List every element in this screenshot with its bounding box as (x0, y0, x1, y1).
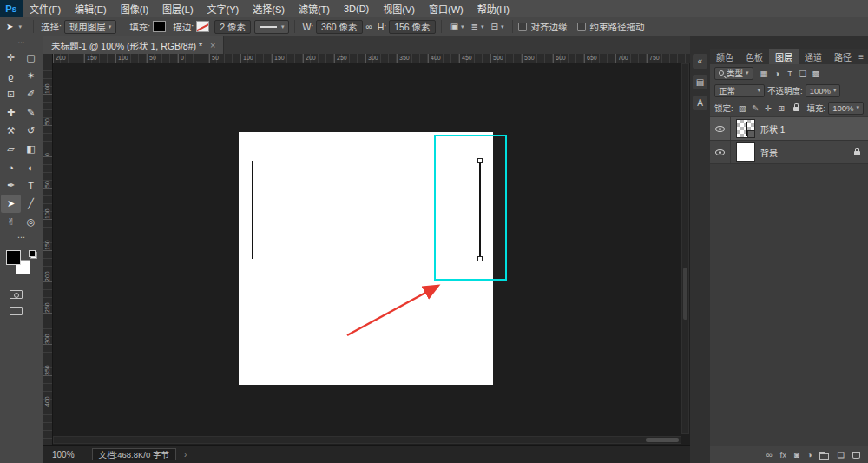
spot-healing-brush-tool[interactable]: ✚ (1, 103, 21, 122)
stroke-swatch[interactable] (196, 21, 209, 32)
zoom-level-field[interactable]: 100% (52, 450, 75, 460)
scrollbar-thumb[interactable] (683, 268, 687, 320)
menu-item[interactable]: 帮助(H) (470, 0, 516, 17)
close-icon[interactable]: × (210, 40, 215, 50)
quick-selection-tool[interactable]: ✶ (21, 67, 41, 85)
clone-stamp-tool[interactable]: ⚒ (1, 122, 21, 140)
layer-visibility-toggle[interactable] (710, 141, 731, 163)
panel-menu-icon[interactable]: ≡ (858, 49, 864, 64)
filter-type-layers-icon[interactable]: T (784, 67, 797, 80)
panel-tab-color[interactable]: 颜色 (710, 49, 740, 64)
menu-item[interactable]: 编辑(E) (68, 0, 114, 17)
adjustment-layer-icon[interactable]: ◑ (807, 451, 812, 460)
scrollbar-thumb[interactable] (646, 438, 679, 442)
line-tool[interactable]: ╱ (21, 195, 41, 213)
select-mode-dropdown[interactable]: 现用图层 ▾ (64, 20, 117, 34)
layer-style-icon[interactable]: fx (780, 451, 786, 460)
ruler-corner[interactable] (43, 54, 53, 63)
panel-tab-swatches[interactable]: 色板 (740, 49, 769, 64)
layer-row[interactable]: 背景 (710, 141, 868, 164)
rectangular-marquee-tool[interactable]: ▢ (21, 49, 41, 67)
path-alignment-dropdown[interactable]: ≣ ▾ (468, 22, 488, 31)
menu-item[interactable]: 滤镜(T) (292, 0, 337, 17)
gradient-tool[interactable]: ◧ (21, 140, 41, 158)
horizontal-ruler[interactable]: 2001501005005010015020025030035040045050… (53, 54, 690, 63)
horizontal-scrollbar[interactable] (53, 436, 681, 444)
character-panel-icon[interactable]: A (693, 96, 707, 110)
link-layers-icon[interactable]: ∞ (766, 451, 773, 460)
layer-filter-type-select[interactable]: 类型 ▾ (714, 67, 753, 80)
lock-transparency-icon[interactable]: ▨ (736, 102, 749, 115)
menu-item[interactable]: 选择(S) (246, 0, 292, 17)
lock-all-icon[interactable] (791, 102, 803, 115)
layer-row[interactable]: 形状 1 (710, 117, 868, 141)
quick-mask-icon[interactable] (10, 290, 23, 299)
panel-tab-channels[interactable]: 通道 (799, 49, 828, 64)
filter-smart-objects-icon[interactable]: ▩ (810, 67, 823, 80)
menu-item[interactable]: 图像(I) (114, 0, 155, 17)
hand-tool[interactable]: ✌ (1, 213, 21, 231)
blur-tool[interactable]: ◔ (1, 158, 21, 176)
align-edges-checkbox[interactable]: 对齐边缘 (518, 20, 567, 33)
width-field[interactable]: 360 像素 (316, 20, 362, 34)
add-layer-mask-icon[interactable]: ◙ (794, 451, 799, 460)
filter-pixel-layers-icon[interactable]: ▦ (758, 67, 771, 80)
screen-mode-icon[interactable] (10, 307, 23, 315)
path-operations-dropdown[interactable]: ▣ ▾ (447, 22, 468, 31)
delete-layer-icon[interactable] (852, 451, 860, 459)
link-dimensions-icon[interactable]: ∞ (363, 22, 376, 31)
toolbar-grip[interactable]: ··· (0, 36, 43, 48)
zoom-tool[interactable]: ◎ (21, 213, 41, 231)
vertical-scrollbar[interactable] (681, 63, 689, 434)
document-tab[interactable]: 未标题-1 @ 100% (形状 1, RGB/8#) * × (43, 36, 224, 54)
fill-swatch[interactable] (153, 21, 166, 32)
fill-opacity-field[interactable]: 100% ▾ (828, 102, 864, 115)
constrain-path-drag-checkbox[interactable]: 约束路径拖动 (577, 20, 644, 33)
height-field[interactable]: 156 像素 (389, 20, 435, 34)
menu-item[interactable]: 3D(D) (337, 0, 376, 17)
blend-mode-select[interactable]: 正常 ▾ (714, 84, 765, 97)
menu-item[interactable]: 视图(V) (376, 0, 422, 17)
document-info[interactable]: 文档:468.8K/0 字节 (92, 448, 176, 460)
new-group-icon[interactable] (819, 451, 829, 460)
default-colors-icon[interactable] (29, 250, 37, 259)
path-anchor-point[interactable] (477, 158, 483, 163)
history-brush-tool[interactable]: ↺ (21, 122, 41, 140)
expand-panels-icon[interactable]: « (693, 54, 707, 69)
menu-item[interactable]: 文件(F) (23, 0, 68, 17)
tool-preset-dropdown[interactable]: ➤ ▾ (0, 22, 28, 31)
foreground-color-swatch[interactable] (6, 250, 21, 265)
lock-position-icon[interactable]: ✛ (762, 102, 775, 115)
stroke-style-dropdown[interactable]: ▾ (254, 20, 290, 34)
menu-item[interactable]: 图层(L) (155, 0, 200, 17)
panel-tab-paths[interactable]: 路径 (828, 49, 858, 64)
layer-visibility-toggle[interactable] (710, 117, 731, 140)
path-arrangement-dropdown[interactable]: ⊟ ▾ (488, 22, 508, 31)
stroke-width-field[interactable]: 2 像素 (214, 20, 251, 34)
status-expander-icon[interactable]: › (184, 450, 187, 460)
path-selection-tool[interactable]: ➤ (1, 195, 21, 213)
libraries-panel-icon[interactable]: ▤ (693, 75, 707, 89)
panel-tab-layers[interactable]: 图层 (769, 49, 799, 64)
eraser-tool[interactable]: ▱ (1, 140, 21, 158)
dodge-tool[interactable]: ◐ (21, 158, 41, 176)
pen-tool[interactable]: ✒ (1, 176, 21, 195)
menu-item[interactable]: 窗口(W) (422, 0, 470, 17)
path-anchor-point[interactable] (477, 256, 483, 261)
brush-tool[interactable]: ✎ (21, 103, 41, 122)
horizontal-type-tool[interactable]: T (21, 176, 41, 195)
filter-adjustment-layers-icon[interactable]: ◑ (771, 67, 784, 80)
vertical-ruler[interactable]: 10050050100150200250300350400 (43, 63, 53, 445)
layer-thumbnail[interactable] (736, 119, 755, 138)
lasso-tool[interactable]: ϱ (1, 67, 21, 85)
lock-artboard-icon[interactable]: ⊞ (775, 102, 788, 115)
new-layer-icon[interactable]: ❏ (837, 451, 845, 460)
edit-toolbar-button[interactable]: ⋯ (0, 232, 43, 243)
menu-item[interactable]: 文字(Y) (201, 0, 247, 17)
lock-pixels-icon[interactable]: ✎ (749, 102, 762, 115)
move-tool[interactable]: ✛ (1, 49, 21, 67)
filter-shape-layers-icon[interactable]: ❑ (797, 67, 810, 80)
eyedropper-tool[interactable]: ✐ (21, 85, 41, 103)
opacity-field[interactable]: 100% ▾ (806, 84, 841, 97)
crop-tool[interactable]: ⊡ (1, 85, 21, 103)
